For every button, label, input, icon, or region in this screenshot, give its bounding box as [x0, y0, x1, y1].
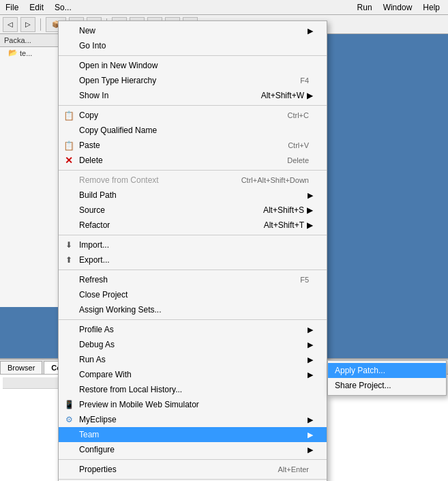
toolbar-btn-2[interactable]: ▷ [20, 17, 35, 32]
submenu-item-share-project[interactable]: Share Project... [328, 378, 446, 393]
menu-help[interactable]: Help [420, 1, 443, 14]
refactor-shortcut: Alt+Shift+T [264, 220, 304, 230]
go-into-label: Go Into [79, 41, 106, 50]
delete-label: Delete [79, 156, 103, 165]
copy-qualified-label: Copy Qualified Name [79, 126, 157, 135]
left-panel: Packa... 📂 te... [0, 34, 61, 307]
tab-browser[interactable]: Browser [0, 361, 42, 374]
menu-item-open-new-window[interactable]: Open in New Window [59, 58, 327, 73]
separator-4 [59, 235, 327, 235]
refresh-shortcut: F5 [300, 276, 313, 284]
copy-icon: 📋 [63, 109, 75, 121]
menu-item-team[interactable]: Team ▶ [59, 427, 327, 442]
menu-file[interactable]: File [3, 1, 21, 14]
menu-so[interactable]: So... [52, 1, 74, 14]
share-project-label: Share Project... [335, 381, 391, 390]
configure-label: Configure [79, 445, 115, 454]
show-in-shortcut-arrow: Alt+Shift+W ▶ [261, 91, 313, 100]
top-menubar: File Edit So... Run Window Help [0, 0, 448, 15]
separator-3 [59, 170, 327, 171]
tree-icon: 📂 [8, 48, 18, 57]
new-arrow: ▶ [308, 27, 313, 35]
menu-item-myeclipse[interactable]: ⚙ MyEclipse ▶ [59, 412, 327, 427]
menu-item-configure[interactable]: Configure ▶ [59, 442, 327, 457]
close-project-label: Close Project [79, 290, 128, 300]
preview-icon: 📱 [63, 398, 75, 411]
properties-shortcut: Alt+Enter [278, 465, 313, 473]
remove-context-label: Remove from Context [79, 175, 159, 185]
paste-icon: 📋 [63, 139, 75, 151]
menu-item-paste[interactable]: 📋 Paste Ctrl+V [59, 138, 327, 153]
refactor-shortcut-arrow: Alt+Shift+T ▶ [264, 220, 313, 230]
profile-as-arrow: ▶ [308, 325, 313, 334]
build-path-arrow: ▶ [308, 191, 313, 200]
menu-window[interactable]: Window [380, 1, 415, 14]
menu-item-copy[interactable]: 📋 Copy Ctrl+C [59, 108, 327, 123]
menu-item-refresh[interactable]: Refresh F5 [59, 272, 327, 287]
menu-item-assign-working-sets[interactable]: Assign Working Sets... [59, 302, 327, 317]
assign-working-sets-label: Assign Working Sets... [79, 305, 162, 315]
menu-item-open-type-hierarchy[interactable]: Open Type Hierarchy F4 [59, 73, 327, 88]
menu-item-show-in[interactable]: Show In Alt+Shift+W ▶ [59, 88, 327, 103]
menu-item-delete[interactable]: ✕ Delete Delete [59, 153, 327, 168]
package-explorer-tab[interactable]: Packa... [0, 34, 61, 47]
menu-item-run-as[interactable]: Run As ▶ [59, 352, 327, 367]
menu-item-close-project[interactable]: Close Project [59, 287, 327, 302]
configure-arrow: ▶ [308, 446, 313, 454]
apply-patch-label: Apply Patch... [335, 366, 385, 375]
profile-as-label: Profile As [79, 325, 114, 334]
copy-label: Copy [79, 111, 98, 120]
menu-item-export[interactable]: ⬆ Export... [59, 252, 327, 267]
menu-edit[interactable]: Edit [27, 1, 46, 14]
menu-item-source[interactable]: Source Alt+Shift+S ▶ [59, 203, 327, 218]
menu-item-profile-as[interactable]: Profile As ▶ [59, 322, 327, 337]
refactor-label: Refactor [79, 220, 110, 230]
context-menu: New ▶ Go Into Open in New Window Open Ty… [58, 20, 327, 481]
copy-shortcut: Ctrl+C [288, 111, 313, 119]
toolbar-btn-1[interactable]: ◁ [3, 17, 18, 32]
menu-item-restore-local[interactable]: Restore from Local History... [59, 382, 327, 397]
source-label: Source [79, 205, 105, 215]
menu-item-debug-as[interactable]: Debug As ▶ [59, 337, 327, 352]
menu-item-go-into[interactable]: Go Into [59, 38, 327, 53]
open-type-hierarchy-shortcut: F4 [300, 76, 313, 85]
export-label: Export... [79, 255, 110, 265]
menu-item-build-path[interactable]: Build Path ▶ [59, 188, 327, 203]
menu-item-remove-context: Remove from Context Ctrl+Alt+Shift+Down [59, 173, 327, 188]
run-as-arrow: ▶ [308, 355, 313, 364]
show-in-label: Show In [79, 91, 108, 100]
menu-run[interactable]: Run [355, 1, 375, 14]
export-icon: ⬆ [63, 254, 75, 266]
tree-item[interactable]: 📂 te... [0, 47, 61, 59]
toolbar-separator [40, 18, 41, 31]
build-path-label: Build Path [79, 190, 117, 200]
menu-item-refactor[interactable]: Refactor Alt+Shift+T ▶ [59, 218, 327, 233]
properties-label: Properties [79, 465, 117, 474]
delete-icon: ✕ [63, 154, 75, 166]
debug-as-arrow: ▶ [308, 340, 313, 349]
remove-context-shortcut: Ctrl+Alt+Shift+Down [241, 176, 313, 184]
preview-mobile-label: Preview in Mobile Web Simulator [79, 400, 199, 409]
menu-item-copy-qualified[interactable]: Copy Qualified Name [59, 123, 327, 138]
open-new-window-label: Open in New Window [79, 61, 158, 70]
paste-label: Paste [79, 141, 100, 150]
source-arrow: ▶ [307, 205, 313, 215]
refactor-arrow: ▶ [307, 220, 313, 230]
separator-6 [59, 319, 327, 320]
team-arrow: ▶ [308, 431, 313, 439]
import-icon: ⬇ [63, 239, 75, 251]
menu-item-properties[interactable]: Properties Alt+Enter [59, 462, 327, 477]
submenu-item-apply-patch[interactable]: Apply Patch... [328, 363, 446, 378]
import-label: Import... [79, 240, 109, 250]
separator-7 [59, 459, 327, 460]
myeclipse-arrow: ▶ [308, 416, 313, 424]
menu-item-compare-with[interactable]: Compare With ▶ [59, 367, 327, 382]
show-in-arrow: ▶ [307, 91, 313, 100]
menu-item-new[interactable]: New ▶ [59, 23, 327, 38]
delete-shortcut: Delete [287, 156, 313, 164]
menu-item-import[interactable]: ⬇ Import... [59, 237, 327, 252]
separator-1 [59, 55, 327, 56]
separator-8 [59, 479, 327, 480]
menu-item-preview-mobile[interactable]: 📱 Preview in Mobile Web Simulator [59, 397, 327, 412]
new-label: New [79, 26, 95, 35]
